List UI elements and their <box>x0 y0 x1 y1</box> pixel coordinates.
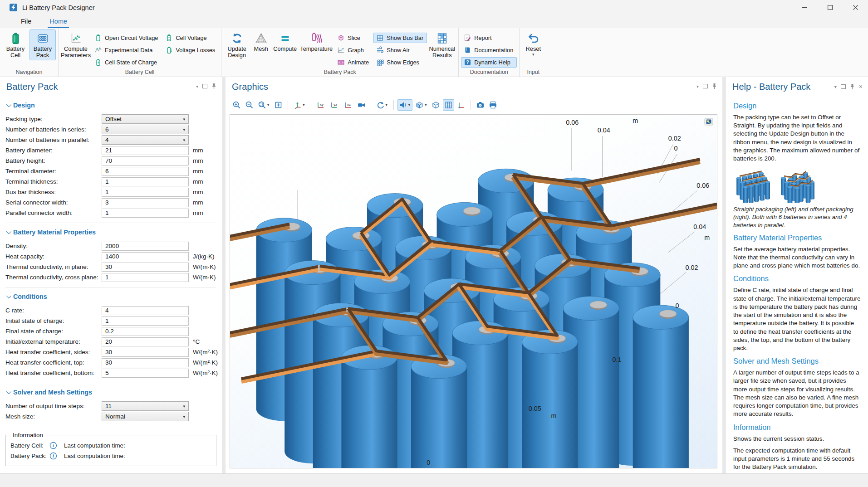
density-input[interactable] <box>102 242 189 251</box>
documentation-button[interactable]: Documentation <box>461 45 517 55</box>
help-image-caption: Straight packaging (left) and offset pac… <box>733 205 861 229</box>
section-solver-header[interactable]: Solver and Mesh Settings <box>6 389 216 396</box>
panel-menu-chevron-icon[interactable]: ▾ <box>834 84 837 89</box>
report-button[interactable]: Report <box>461 33 517 43</box>
battery-pack-button[interactable]: Battery Pack <box>29 29 56 60</box>
panel-menu-chevron-icon[interactable]: ▾ <box>196 84 198 89</box>
animate-button[interactable]: Animate <box>334 57 373 68</box>
mesh-button[interactable]: Mesh <box>251 29 271 54</box>
final-soc-input[interactable] <box>102 327 189 336</box>
slice-button[interactable]: Slice <box>334 33 373 43</box>
heat-transfer-sides-input[interactable] <box>102 348 189 357</box>
terminal-diameter-input[interactable] <box>102 167 189 176</box>
view-xy-button[interactable]: xy <box>315 99 327 111</box>
section-design-header[interactable]: Design <box>6 102 216 109</box>
zoom-out-button[interactable] <box>244 99 255 111</box>
maximize-button[interactable] <box>817 0 843 15</box>
panel-float-icon[interactable] <box>202 84 207 88</box>
graphics-panel: Graphics ▾ ▾ ▾ xy yz xz ▾ ▾ ▾ <box>226 77 722 473</box>
voltage-losses-button[interactable]: Voltage Losses <box>162 45 219 55</box>
experimental-data-button[interactable]: Experimental Data <box>92 45 162 55</box>
numerical-results-button[interactable]: Numerical Results <box>428 29 456 60</box>
reset-button[interactable]: Reset ▾ <box>522 29 544 57</box>
section-material-header[interactable]: Battery Material Properties <box>6 229 216 236</box>
panel-float-icon[interactable] <box>841 84 846 89</box>
zoom-extents-button[interactable] <box>273 99 284 111</box>
zoom-box-button[interactable]: ▾ <box>256 99 271 111</box>
help-body-information-1: Shows the current session status. <box>733 435 861 443</box>
open-circuit-voltage-button[interactable]: Open Circuit Voltage <box>92 33 162 43</box>
reset-dropdown-caret[interactable]: ▾ <box>532 54 535 56</box>
compute-parameters-icon <box>70 32 82 44</box>
mesh-size-select[interactable]: Normal▾ <box>102 412 189 421</box>
parallel-connector-width-input[interactable] <box>102 209 189 218</box>
transparency-button[interactable]: ▾ <box>414 99 429 111</box>
panel-pin-icon[interactable] <box>211 83 216 89</box>
show-axes-button[interactable] <box>456 99 467 111</box>
update-design-button[interactable]: Update Design <box>224 29 250 60</box>
battery-height-label: Battery height: <box>5 157 102 164</box>
battery-pack-3d-view[interactable]: 0.060.04m0.0200.060.04m0.0200.10.05m0 <box>230 115 717 468</box>
show-air-button[interactable]: Show Air <box>373 45 427 55</box>
view-orientation-button[interactable]: ▾ <box>292 99 307 111</box>
terminal-thickness-input[interactable] <box>102 177 189 186</box>
default-view-button[interactable] <box>704 118 713 126</box>
open-circuit-voltage-icon <box>94 34 102 42</box>
rotate-view-button[interactable]: ▾ <box>375 99 390 111</box>
panel-pin-icon[interactable] <box>850 83 855 90</box>
initial-soc-input[interactable] <box>102 317 189 326</box>
panel-pin-icon[interactable] <box>712 83 717 89</box>
thermal-conductivity-cross-plane-input[interactable] <box>102 273 189 282</box>
serial-connector-width-input[interactable] <box>102 198 189 207</box>
print-button[interactable] <box>487 99 499 111</box>
show-edges-button[interactable]: Show Edges <box>373 57 427 68</box>
batteries-in-series-select[interactable]: 6▾ <box>102 125 189 134</box>
c-rate-label: C rate: <box>5 307 102 314</box>
batteries-in-parallel-select[interactable]: 4▾ <box>102 135 189 145</box>
thermal-conductivity-in-plane-input[interactable] <box>102 263 189 272</box>
battery-height-input[interactable] <box>102 156 189 166</box>
packing-type-select[interactable]: Offset▾ <box>102 114 189 124</box>
scene-light-button[interactable]: ▾ <box>397 99 412 111</box>
compute-button[interactable]: Compute <box>272 29 298 54</box>
show-bus-bar-button[interactable]: Show Bus Bar <box>373 33 427 43</box>
scene-camera-button[interactable] <box>356 99 367 111</box>
graphics-canvas[interactable]: 0.060.04m0.0200.060.04m0.0200.10.05m0 <box>230 114 717 468</box>
initial-external-temperature-input[interactable] <box>102 337 189 346</box>
close-button[interactable] <box>843 0 868 15</box>
panel-menu-chevron-icon[interactable]: ▾ <box>696 84 699 89</box>
minimize-button[interactable] <box>792 0 817 15</box>
compute-parameters-button[interactable]: Compute Parameters <box>61 29 91 60</box>
dynamic-help-button[interactable]: ? Dynamic Help <box>461 57 517 68</box>
group-label-documentation: Documentation <box>461 68 517 76</box>
heat-transfer-bottom-input[interactable] <box>102 369 189 378</box>
c-rate-input[interactable] <box>102 306 189 315</box>
graph-button[interactable]: Graph <box>334 45 373 55</box>
panel-close-icon[interactable]: × <box>859 83 863 90</box>
panel-float-icon[interactable] <box>703 84 708 88</box>
heat-transfer-top-input[interactable] <box>102 358 189 367</box>
cell-state-of-charge-button[interactable]: Cell State of Charge <box>92 57 162 68</box>
heat-capacity-input[interactable] <box>102 252 189 261</box>
battery-cylinder <box>411 366 467 468</box>
output-time-steps-select[interactable]: 11▾ <box>102 401 189 411</box>
view-yz-button[interactable]: yz <box>329 99 341 111</box>
temperature-button[interactable]: Temperature <box>299 29 333 54</box>
bus-bar-thickness-input[interactable] <box>102 188 189 197</box>
zoom-in-button[interactable] <box>231 99 242 111</box>
section-conditions-header[interactable]: Conditions <box>6 293 216 300</box>
battery-terminal <box>590 301 607 309</box>
help-panel: Help - Battery Pack ▾ × Design The packi… <box>726 77 868 473</box>
view-xz-button[interactable]: xz <box>342 99 354 111</box>
battery-diameter-input[interactable] <box>102 146 189 155</box>
snapshot-button[interactable] <box>475 99 486 111</box>
battery-cell-button[interactable]: Battery Cell <box>2 29 29 60</box>
cell-voltage-button[interactable]: Cell Voltage <box>162 33 219 43</box>
parallel-connector-width-label: Parallel connector width: <box>5 209 102 216</box>
experimental-data-icon <box>94 46 102 54</box>
tab-home[interactable]: Home <box>47 16 70 28</box>
tab-file[interactable]: File <box>18 16 34 28</box>
wireframe-button[interactable] <box>430 99 441 111</box>
show-grid-button[interactable] <box>443 99 454 111</box>
axis-line <box>668 232 695 252</box>
